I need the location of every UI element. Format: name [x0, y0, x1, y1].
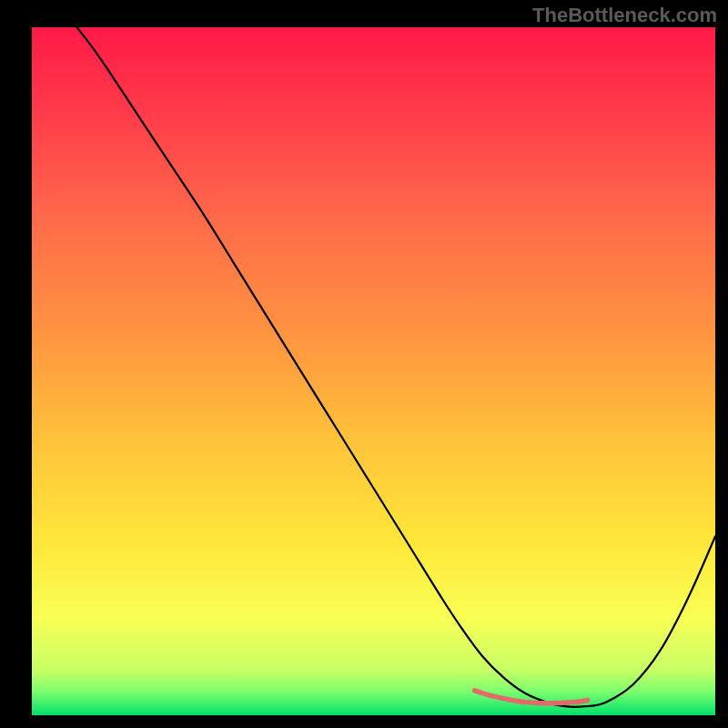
- chart-container: TheBottleneck.com: [0, 0, 728, 728]
- bottleneck-chart: [0, 0, 728, 728]
- watermark-text: TheBottleneck.com: [532, 4, 717, 27]
- gradient-background: [32, 27, 715, 715]
